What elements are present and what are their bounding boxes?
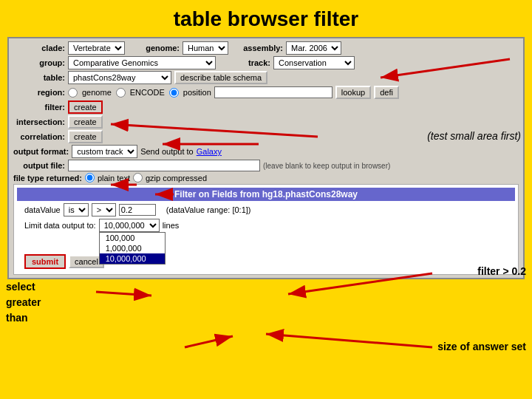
filter-operator-select[interactable]: is bbox=[64, 203, 89, 216]
dropdown-item-1m[interactable]: 1,000,000 bbox=[100, 243, 165, 253]
row-group: group: Comparative Genomics track: Conse… bbox=[13, 56, 519, 69]
output-file-note: (leave blank to keep output in browser) bbox=[263, 162, 390, 170]
filter-value-input[interactable] bbox=[119, 204, 156, 216]
describe-schema-button[interactable]: describe table schema bbox=[174, 71, 267, 84]
row-output-file: output file: (leave blank to keep output… bbox=[13, 160, 519, 171]
galaxy-link[interactable]: Galaxy bbox=[197, 147, 222, 156]
row-filter: filter: create bbox=[13, 100, 519, 114]
table-label: table: bbox=[13, 73, 65, 82]
output-file-input[interactable] bbox=[68, 160, 260, 171]
filter-field-row: dataValue is > < = (dataValue range: [0:… bbox=[17, 203, 515, 216]
filter-label: filter: bbox=[13, 103, 65, 112]
region-label: region: bbox=[13, 88, 65, 97]
assembly-select[interactable]: Mar. 2006 bbox=[286, 41, 341, 55]
track-select[interactable]: Conservation bbox=[273, 56, 355, 69]
filter-buttons-row: submit cancel bbox=[17, 254, 515, 269]
assembly-label: assembly: bbox=[231, 44, 283, 52]
genome-select[interactable]: Human bbox=[183, 41, 228, 55]
filter-create-button[interactable]: create bbox=[68, 100, 103, 114]
browser-panel: clade: Vertebrate genome: Human assembly… bbox=[7, 37, 525, 279]
dropdown-item-10m[interactable]: 10,000,000 bbox=[100, 253, 165, 264]
output-file-label: output file: bbox=[13, 161, 65, 170]
plain-text-radio[interactable] bbox=[85, 173, 95, 183]
filter-comparison-select[interactable]: > < = bbox=[92, 203, 116, 216]
filter-panel-title: Filter on Fields from hg18.phastCons28wa… bbox=[17, 188, 515, 201]
track-label: track: bbox=[219, 58, 270, 67]
filter-field-label: dataValue bbox=[24, 205, 61, 214]
correlation-label: correlation: bbox=[13, 132, 65, 141]
genome-radio-label: genome bbox=[82, 88, 112, 97]
file-type-label: file type returned: bbox=[13, 174, 82, 183]
genome-radio[interactable] bbox=[68, 88, 78, 98]
table-select[interactable]: phastCons28way bbox=[68, 71, 171, 84]
gzip-label: gzip compressed bbox=[146, 174, 207, 183]
row-file-type: file type returned: plain text gzip comp… bbox=[13, 173, 519, 183]
limit-select[interactable]: 100,000 1,000,000 10,000,000 bbox=[99, 219, 160, 232]
limit-unit-label: lines bbox=[163, 221, 180, 230]
row-output-format: output format: custom track Send output … bbox=[13, 145, 519, 158]
group-select[interactable]: Comparative Genomics bbox=[68, 56, 216, 69]
svg-line-6 bbox=[185, 336, 233, 347]
defi-button[interactable]: defi bbox=[374, 86, 399, 99]
page-title: table browser filter bbox=[0, 0, 532, 37]
svg-line-8 bbox=[266, 334, 432, 347]
plain-text-label: plain text bbox=[98, 174, 130, 183]
lookup-button[interactable]: lookup bbox=[335, 86, 371, 99]
send-output-label: Send output to bbox=[140, 147, 194, 156]
size-answer-annotation: size of answer set bbox=[437, 340, 526, 353]
filter-gt-annotation: filter > 0.2 bbox=[477, 265, 526, 278]
output-format-label: output format: bbox=[13, 147, 69, 156]
svg-line-5 bbox=[96, 292, 151, 296]
row-table: table: phastCons28way describe table sch… bbox=[13, 71, 519, 84]
limit-label: Limit data output to: bbox=[24, 221, 96, 230]
test-small-annotation: (test small area first) bbox=[427, 129, 521, 143]
genome-label: genome: bbox=[128, 44, 180, 52]
filter-limit-row: Limit data output to: 100,000 1,000,000 … bbox=[17, 219, 515, 232]
intersection-create-button[interactable]: create bbox=[68, 115, 103, 129]
row-region: region: genome ENCODE position chr19:763… bbox=[13, 86, 519, 99]
filter-gt-text: filter > 0.2 bbox=[477, 265, 526, 277]
filter-range-note: (dataValue range: [0:1]) bbox=[166, 205, 251, 214]
group-label: group: bbox=[13, 58, 65, 67]
select-greater-text: selectgreaterthan bbox=[6, 281, 41, 324]
dropdown-item-100k[interactable]: 100,000 bbox=[100, 233, 165, 243]
filter-panel: Filter on Fields from hg18.phastCons28wa… bbox=[13, 184, 519, 275]
row-clade: clade: Vertebrate genome: Human assembly… bbox=[13, 41, 519, 55]
encode-radio[interactable] bbox=[116, 88, 126, 98]
size-answer-text: size of answer set bbox=[437, 341, 526, 352]
clade-label: clade: bbox=[13, 44, 65, 52]
submit-button[interactable]: submit bbox=[24, 254, 66, 269]
limit-dropdown: 100,000 1,000,000 10,000,000 bbox=[99, 232, 166, 265]
gzip-radio[interactable] bbox=[133, 173, 143, 183]
select-greater-annotation: selectgreaterthan bbox=[6, 279, 41, 325]
output-format-select[interactable]: custom track bbox=[72, 145, 137, 158]
row-intersection: intersection: create bbox=[13, 115, 519, 129]
correlation-create-button[interactable]: create bbox=[68, 130, 103, 143]
position-radio-label: position bbox=[183, 88, 211, 97]
intersection-label: intersection: bbox=[13, 117, 65, 126]
clade-select[interactable]: Vertebrate bbox=[68, 41, 125, 55]
position-radio[interactable] bbox=[169, 88, 179, 98]
position-input[interactable]: chr19:7639972-7641340 bbox=[214, 86, 332, 98]
region-radios: genome ENCODE position bbox=[68, 88, 211, 98]
encode-radio-label: ENCODE bbox=[130, 88, 165, 97]
